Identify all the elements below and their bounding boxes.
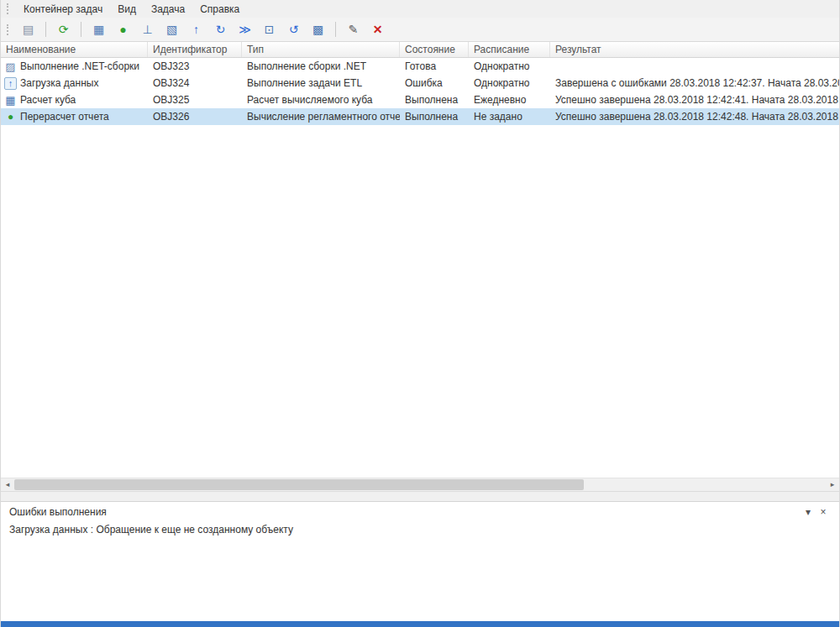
cube-task-button[interactable]: ▦ (88, 20, 109, 39)
task-id-cell: OBJ325 (148, 91, 242, 108)
menu-task[interactable]: Задача (144, 1, 192, 18)
task-schedule-cell: Не задано (469, 108, 550, 125)
export-icon: ⊡ (265, 24, 275, 35)
edit-button[interactable]: ✎ (343, 20, 364, 39)
toolbar-separator (45, 22, 46, 37)
column-header-type[interactable]: Тип (242, 42, 400, 57)
task-name: Выполнение .NET-сборки (20, 58, 139, 75)
task-id-cell: OBJ326 (148, 108, 242, 125)
sync-task-button[interactable]: ↺ (283, 20, 304, 39)
task-name-cell: ▦ Расчет куба (1, 91, 148, 108)
start-icon: ● (119, 24, 126, 35)
task-result-cell (550, 58, 839, 75)
task-state-cell: Выполнена (400, 108, 469, 125)
menu-help[interactable]: Справка (192, 1, 247, 18)
save-button[interactable]: ▤ (18, 20, 39, 39)
run-icon: ≫ (239, 24, 251, 35)
error-panel: Ошибки выполнения ▾ × Загрузка данных : … (1, 501, 839, 621)
grid-header: Наименование Идентификатор Тип Состояние… (1, 42, 839, 58)
task-result-cell: Успешно завершена 28.03.2018 12:42:48. Н… (550, 108, 839, 125)
column-header-schedule[interactable]: Расписание (469, 42, 550, 57)
task-state-cell: Ошибка (400, 75, 469, 91)
menubar-grip[interactable] (7, 3, 12, 14)
scrollbar-track[interactable] (14, 478, 826, 491)
error-panel-title: Ошибки выполнения (9, 506, 801, 518)
package-icon: ▩ (312, 24, 323, 35)
panel-close-button[interactable]: × (816, 506, 831, 518)
toolbar-grip[interactable] (7, 24, 12, 35)
error-panel-header: Ошибки выполнения ▾ × (1, 502, 839, 522)
process-task-button[interactable]: ↻ (210, 20, 231, 39)
task-schedule-cell: Однократно (469, 75, 550, 91)
delete-button[interactable]: ✕ (367, 20, 388, 39)
toolbar: ▤ ⟳ ▦ ● ⊥ ▧ ↑ ↻ ≫ ⊡ ↺ (1, 18, 839, 42)
report-recalc-icon: ● (4, 111, 17, 123)
chart-task-button[interactable]: ▧ (161, 20, 182, 39)
column-header-state[interactable]: Состояние (400, 42, 469, 57)
task-name: Загрузка данных (20, 75, 98, 91)
app-window: Контейнер задач Вид Задача Справка ▤ ⟳ ▦… (0, 0, 840, 627)
cube-icon: ▦ (93, 24, 104, 35)
upload-task-button[interactable]: ↑ (186, 20, 207, 39)
hierarchy-icon: ⊥ (142, 24, 152, 35)
delete-icon: ✕ (373, 24, 383, 35)
run-task-button[interactable]: ≫ (234, 20, 255, 39)
table-row[interactable]: ▦ Расчет куба OBJ325 Расчет вычисляемого… (1, 91, 839, 108)
task-name-cell: ▨ Выполнение .NET-сборки (1, 58, 148, 75)
task-result-cell: Завершена с ошибками 28.03.2018 12:42:37… (550, 75, 839, 91)
edit-pencil-icon: ✎ (349, 24, 359, 35)
task-schedule-cell: Ежедневно (469, 91, 550, 108)
upload-icon: ↑ (193, 24, 199, 35)
task-type-cell: Расчет вычисляемого куба (242, 91, 400, 108)
net-assembly-icon: ▨ (4, 60, 17, 73)
save-icon: ▤ (23, 24, 34, 35)
hierarchy-button[interactable]: ⊥ (137, 20, 158, 39)
refresh-button[interactable]: ⟳ (53, 20, 74, 39)
chart-icon: ▧ (166, 24, 177, 35)
task-id-cell: OBJ323 (148, 58, 242, 75)
task-grid: Наименование Идентификатор Тип Состояние… (1, 42, 839, 491)
task-schedule-cell: Однократно (469, 58, 550, 75)
table-row[interactable]: ▨ Выполнение .NET-сборки OBJ323 Выполнен… (1, 58, 839, 75)
task-state-cell: Готова (400, 58, 469, 75)
task-id-cell: OBJ324 (148, 75, 242, 91)
data-load-icon: ↑ (4, 77, 17, 90)
menu-view[interactable]: Вид (110, 1, 144, 18)
task-name-cell: ↑ Загрузка данных (1, 75, 148, 91)
start-task-button[interactable]: ● (113, 20, 134, 39)
process-icon: ↻ (216, 24, 226, 35)
toolbar-separator (81, 22, 81, 37)
task-name: Расчет куба (20, 91, 76, 108)
horizontal-scrollbar[interactable]: ◂ ▸ (1, 478, 839, 491)
table-row[interactable]: ↑ Загрузка данных OBJ324 Выполнение зада… (1, 75, 839, 91)
grid-body: ▨ Выполнение .NET-сборки OBJ323 Выполнен… (1, 58, 839, 478)
toolbar-separator (335, 22, 336, 37)
panel-splitter[interactable] (1, 491, 839, 501)
table-row-selected[interactable]: ● Перерасчет отчета OBJ326 Вычисление ре… (1, 108, 839, 125)
scrollbar-thumb[interactable] (14, 479, 584, 490)
task-state-cell: Выполнена (400, 91, 469, 108)
sync-icon: ↺ (289, 24, 299, 35)
menu-bar: Контейнер задач Вид Задача Справка (1, 0, 839, 18)
scroll-left-icon[interactable]: ◂ (1, 478, 14, 491)
task-name-cell: ● Перерасчет отчета (1, 108, 148, 125)
export-task-button[interactable]: ⊡ (259, 20, 280, 39)
task-type-cell: Вычисление регламентного отчета (242, 108, 400, 125)
cube-icon: ▦ (4, 94, 17, 107)
refresh-icon: ⟳ (59, 24, 69, 35)
column-header-id[interactable]: Идентификатор (148, 42, 242, 57)
menu-task-container[interactable]: Контейнер задач (16, 1, 110, 18)
window-frame-bottom (1, 621, 839, 627)
error-message: Загрузка данных : Обращение к еще не соз… (1, 522, 839, 537)
package-task-button[interactable]: ▩ (307, 20, 328, 39)
task-type-cell: Выполнение задачи ETL (242, 75, 400, 91)
task-name: Перерасчет отчета (20, 108, 109, 125)
panel-collapse-button[interactable]: ▾ (801, 506, 816, 518)
column-header-name[interactable]: Наименование (1, 42, 148, 57)
column-header-result[interactable]: Результат (550, 42, 839, 57)
task-type-cell: Выполнение сборки .NET (242, 58, 400, 75)
scroll-right-icon[interactable]: ▸ (826, 478, 839, 491)
task-result-cell: Успешно завершена 28.03.2018 12:42:41. Н… (550, 91, 839, 108)
